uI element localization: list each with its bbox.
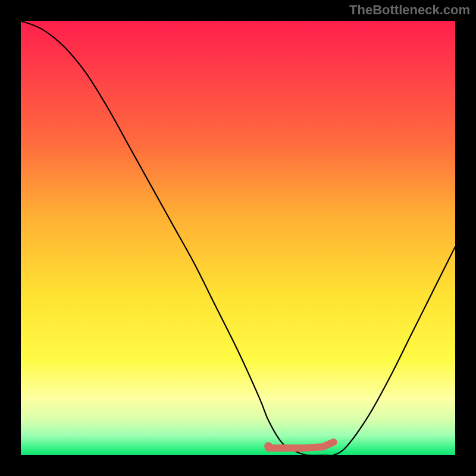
curve-svg bbox=[21, 21, 455, 455]
optimal-range-start-dot bbox=[264, 442, 273, 450]
optimal-range-marker bbox=[268, 442, 333, 448]
chart-frame: TheBottleneck.com bbox=[0, 0, 476, 476]
bottleneck-curve-path bbox=[21, 21, 455, 455]
watermark-text: TheBottleneck.com bbox=[349, 2, 470, 18]
plot-area bbox=[21, 21, 455, 455]
